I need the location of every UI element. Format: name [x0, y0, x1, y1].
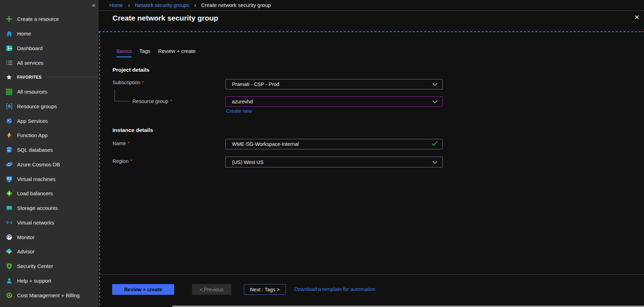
review-create-button[interactable]: Review + create: [112, 284, 174, 295]
chevron-down-icon: [432, 159, 437, 165]
region-value: (US) West US: [232, 159, 264, 165]
chevron-down-icon: [432, 99, 437, 104]
sidebar-item-function-app[interactable]: Function App: [0, 128, 99, 143]
tab-tags[interactable]: Tags: [139, 48, 150, 57]
breadcrumb-bar: Home › Network security groups › Create …: [99, 0, 644, 11]
tab-bar: Basics Tags Review + create: [116, 48, 196, 57]
resource-group-dropdown[interactable]: azurevhd: [225, 96, 443, 107]
monitor-icon: [6, 175, 13, 182]
sidebar-item-sql-databases[interactable]: SQL SQL databases: [0, 143, 99, 157]
download-template-link[interactable]: Download a template for automation: [294, 286, 375, 292]
cost-billing-icon: $: [6, 292, 13, 299]
focus-dashed-border-left: [99, 31, 100, 307]
resource-group-value: azurevhd: [232, 99, 253, 104]
sidebar-item-app-services[interactable]: App Services: [0, 113, 99, 128]
sidebar: « Create a resource Home Dashboard All s…: [0, 0, 99, 307]
sidebar-item-dashboard[interactable]: Dashboard: [0, 41, 99, 56]
tab-basics[interactable]: Basics: [116, 48, 132, 57]
person-headset-icon: [6, 277, 13, 284]
list-icon: [6, 59, 13, 66]
breadcrumb-separator-icon: ›: [128, 2, 130, 8]
close-icon[interactable]: ✕: [634, 14, 639, 21]
sidebar-item-all-services[interactable]: All services: [0, 55, 99, 70]
project-details-heading: Project details: [112, 67, 149, 73]
globe-icon: [6, 117, 13, 124]
bottom-edge-strip: [172, 306, 644, 307]
svg-text:$: $: [8, 294, 10, 297]
sidebar-item-virtual-networks[interactable]: Virtual networks: [0, 215, 99, 230]
instance-details-heading: Instance details: [112, 127, 153, 133]
focus-dashed-border-top: [99, 31, 644, 32]
sidebar-item-help-support[interactable]: Help + support: [0, 274, 99, 288]
subscription-value: Pramati - CSP - Prod: [232, 81, 279, 87]
svg-text:SQL: SQL: [7, 150, 11, 152]
grid-icon: [6, 88, 13, 95]
sidebar-collapse-button[interactable]: «: [92, 2, 95, 8]
star-icon: [6, 74, 13, 81]
create-nsg-panel: Create network security group ✕ Basics T…: [99, 11, 644, 307]
sidebar-item-azure-cosmos-db[interactable]: Azure Cosmos DB: [0, 157, 99, 172]
shield-lock-icon: [6, 263, 13, 270]
azure-portal-page: « Create a resource Home Dashboard All s…: [0, 0, 644, 307]
sidebar-item-all-resources[interactable]: All resources: [0, 85, 99, 99]
cube-brackets-icon: [6, 103, 13, 110]
name-input[interactable]: WME-SG-Workspace-Internal: [225, 139, 443, 149]
database-icon: SQL: [6, 147, 13, 154]
sidebar-item-create-a-resource[interactable]: Create a resource: [0, 12, 99, 26]
sidebar-item-load-balancers[interactable]: Load balancers: [0, 186, 99, 201]
breadcrumb-home-link[interactable]: Home: [109, 2, 123, 8]
storage-icon: [6, 205, 13, 212]
name-label: Name*: [112, 141, 130, 146]
subscription-label: Subscription*: [112, 80, 144, 85]
required-marker: *: [142, 80, 144, 85]
planet-icon: [6, 161, 13, 168]
home-icon: [6, 30, 13, 37]
sidebar-item-security-center[interactable]: Security Center: [0, 259, 99, 274]
required-marker: *: [170, 99, 172, 104]
breadcrumb: Home › Network security groups › Create …: [109, 2, 271, 8]
load-balancer-icon: [6, 190, 13, 197]
subscription-dropdown[interactable]: Pramati - CSP - Prod: [225, 79, 443, 89]
advisor-icon: [6, 248, 13, 255]
sidebar-item-home[interactable]: Home: [0, 26, 99, 41]
gauge-icon: [6, 234, 13, 241]
sidebar-item-advisor[interactable]: Advisor: [0, 244, 99, 259]
breadcrumb-separator-icon: ›: [194, 2, 196, 8]
dashboard-icon: [6, 45, 13, 52]
chevron-down-icon: [432, 81, 437, 87]
region-dropdown[interactable]: (US) West US: [225, 157, 443, 167]
create-new-link[interactable]: Create new: [226, 108, 252, 114]
sidebar-item-monitor[interactable]: Monitor: [0, 230, 99, 244]
sidebar-item-storage-accounts[interactable]: Storage accounts: [0, 201, 99, 215]
checkmark-icon: [432, 141, 437, 147]
breadcrumb-current: Create network security group: [201, 2, 271, 8]
next-tags-button[interactable]: Next : Tags >: [244, 284, 286, 295]
required-marker: *: [130, 158, 132, 164]
sidebar-section-favorites: FAVORITES: [0, 70, 99, 85]
network-icon: [6, 219, 13, 226]
footer-divider: [99, 274, 644, 275]
lightning-icon: [6, 132, 13, 139]
breadcrumb-nsg-link[interactable]: Network security groups: [135, 2, 189, 8]
tab-review-create[interactable]: Review + create: [158, 48, 196, 57]
plus-icon: [6, 16, 13, 23]
sidebar-item-virtual-machines[interactable]: Virtual machines: [0, 172, 99, 186]
page-title: Create network security group: [112, 14, 218, 22]
sidebar-item-cost-management-billing[interactable]: $ Cost Management + Billing: [0, 288, 99, 302]
name-value: WME-SG-Workspace-Internal: [232, 141, 299, 147]
region-label: Region*: [112, 158, 132, 164]
previous-button[interactable]: < Previous: [192, 284, 231, 295]
resource-group-label: Resource group*: [132, 99, 172, 104]
required-marker: *: [128, 141, 130, 146]
resource-group-connector-line: [115, 89, 130, 101]
sidebar-item-resource-groups[interactable]: Resource groups: [0, 99, 99, 114]
